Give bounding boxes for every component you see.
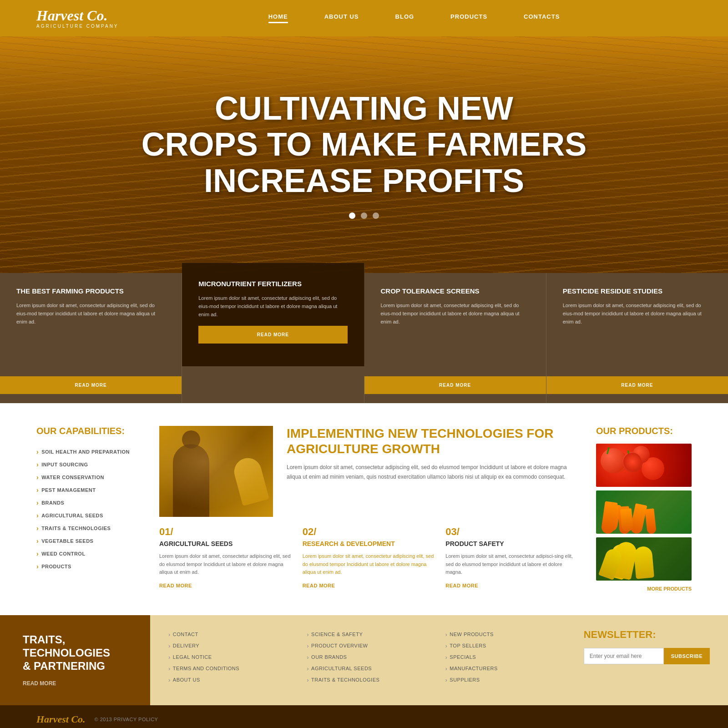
footer-link-manufacturers[interactable]: MANUFACTURERS bbox=[445, 663, 570, 674]
cap-item-2[interactable]: INPUT SOURCING bbox=[36, 458, 141, 471]
footer-col-1: CONTACT DELIVERY LEGAL NOTICE TERMS AND … bbox=[168, 629, 293, 692]
main-content: OUR CAPABILITIES: SOIL HEALTH AND PREPAR… bbox=[0, 403, 728, 615]
feature-2-text: Lorem ipsum dolor sit amet, consectetur … bbox=[198, 294, 347, 318]
article-2-num: 02/ bbox=[303, 526, 435, 538]
more-products: MORE PRODUCTS bbox=[596, 584, 692, 592]
article-3-text: Lorem ipsum dolor sit amet, consectetur … bbox=[445, 552, 578, 576]
feature-1-readmore[interactable]: READ MORE bbox=[0, 376, 182, 394]
footer-link-product-overview[interactable]: PRODUCT OVERVIEW bbox=[307, 640, 431, 652]
hero-title: CULTIVATING NEW CROPS TO MAKE FARMERS IN… bbox=[142, 91, 587, 199]
hero-dot-2[interactable] bbox=[361, 212, 367, 219]
footer-copy: © 2013 PRIVACY POLICY bbox=[95, 717, 158, 722]
hero-dots bbox=[142, 212, 587, 219]
sub-article-2: 02/ RESEARCH & DEVELOPMENT Lorem ipsum d… bbox=[303, 526, 435, 589]
cap-item-4[interactable]: PEST MANAGEMENT bbox=[36, 484, 141, 496]
feature-3-readmore[interactable]: READ MORE bbox=[364, 376, 546, 394]
cap-item-9[interactable]: WEED CONTROL bbox=[36, 547, 141, 560]
nav-products[interactable]: PRODUCTS bbox=[450, 13, 487, 23]
newsletter-title: NEWSLETTER: bbox=[584, 629, 710, 641]
article-3-readmore[interactable]: READ MORE bbox=[445, 583, 478, 588]
footer-bottom: Harvest Co. © 2013 PRIVACY POLICY bbox=[0, 705, 728, 728]
sidebar-products: OUR PRODUCTS: MORE PRODUCTS bbox=[596, 426, 692, 592]
feature-4-readmore[interactable]: READ MORE bbox=[546, 376, 728, 394]
footer-link-about[interactable]: ABOUT US bbox=[168, 674, 293, 686]
newsletter-email-input[interactable] bbox=[584, 648, 664, 664]
footer-link-contact[interactable]: CONTACT bbox=[168, 629, 293, 640]
cap-item-1[interactable]: SOIL HEALTH AND PREPARATION bbox=[36, 445, 141, 458]
hero-section: CULTIVATING NEW CROPS TO MAKE FARMERS IN… bbox=[0, 36, 728, 273]
main-nav: HOME ABOUT US BLOG PRODUCTS CONTACTS bbox=[136, 13, 692, 23]
footer-col-3: NEW PRODUCTS TOP SELLERS SPECIALS MANUFA… bbox=[445, 629, 570, 692]
footer-link-new-products[interactable]: NEW PRODUCTS bbox=[445, 629, 570, 640]
footer-link-agri-seeds[interactable]: AGRICULTURAL SEEDS bbox=[307, 663, 431, 674]
cap-item-7[interactable]: TRAITS & TECHNOLOGIES bbox=[36, 522, 141, 535]
footer-left: TRAITS,TECHNOLOGIES& PARTNERING READ MOR… bbox=[0, 615, 150, 705]
footer-link-legal[interactable]: LEGAL NOTICE bbox=[168, 652, 293, 663]
header: Harvest Co. AGRICULTURE COMPANY HOME ABO… bbox=[0, 0, 728, 36]
nav-home[interactable]: HOME bbox=[268, 13, 288, 23]
logo-text: Harvest Co. bbox=[36, 8, 136, 23]
footer-link-delivery[interactable]: DELIVERY bbox=[168, 640, 293, 652]
footer-link-brands[interactable]: OUR BRANDS bbox=[307, 652, 431, 663]
cap-item-6[interactable]: AGRICULTURAL SEEDS bbox=[36, 509, 141, 522]
nav-contacts[interactable]: CONTACTS bbox=[524, 13, 560, 23]
footer-col-1-list: CONTACT DELIVERY LEGAL NOTICE TERMS AND … bbox=[168, 629, 293, 686]
footer-link-traits[interactable]: TRAITS & TECHNOLOGIES bbox=[307, 674, 431, 686]
footer-link-suppliers[interactable]: SUPPLIERS bbox=[445, 674, 570, 686]
hero-dot-1[interactable] bbox=[349, 212, 355, 219]
sub-articles: 01/ AGRICULTURAL SEEDS Lorem ipsum dolor… bbox=[159, 526, 578, 589]
sidebar-capabilities: OUR CAPABILITIES: SOIL HEALTH AND PREPAR… bbox=[36, 426, 141, 592]
footer-nav: CONTACT DELIVERY LEGAL NOTICE TERMS AND … bbox=[150, 615, 728, 705]
nav-about[interactable]: ABOUT US bbox=[324, 13, 359, 23]
logo-sub: AGRICULTURE COMPANY bbox=[36, 24, 136, 29]
feature-block-4: PESTICIDE RESIDUE STUDIES Lorem ipsum do… bbox=[546, 273, 728, 376]
footer-link-science[interactable]: SCIENCE & SAFETY bbox=[307, 629, 431, 640]
more-products-link[interactable]: MORE PRODUCTS bbox=[647, 586, 692, 592]
newsletter-form: SUBSCRIBE bbox=[584, 648, 710, 664]
carrot-4 bbox=[645, 508, 657, 534]
nav-blog[interactable]: BLOG bbox=[395, 13, 415, 23]
footer-col-3-list: NEW PRODUCTS TOP SELLERS SPECIALS MANUFA… bbox=[445, 629, 570, 686]
product-img-tomatoes[interactable] bbox=[596, 444, 692, 487]
products-title: OUR PRODUCTS: bbox=[596, 426, 692, 436]
feature-3-text: Lorem ipsum dolor sit amet, consectetur … bbox=[381, 301, 530, 326]
article-1-num: 01/ bbox=[159, 526, 292, 538]
product-img-corn[interactable] bbox=[596, 537, 692, 581]
article-1-text: Lorem ipsum dolor sit amet, consectetur … bbox=[159, 552, 292, 576]
wheat-bundle bbox=[231, 455, 269, 506]
logo-area: Harvest Co. AGRICULTURE COMPANY bbox=[36, 8, 136, 29]
article-3-num: 03/ bbox=[445, 526, 578, 538]
person-silhouette bbox=[173, 444, 209, 517]
sub-article-1: 01/ AGRICULTURAL SEEDS Lorem ipsum dolor… bbox=[159, 526, 292, 589]
footer-col-2-list: SCIENCE & SAFETY PRODUCT OVERVIEW OUR BR… bbox=[307, 629, 431, 686]
cap-item-3[interactable]: WATER CONSERVATION bbox=[36, 471, 141, 484]
carrot-2 bbox=[618, 506, 630, 534]
newsletter-section: NEWSLETTER: SUBSCRIBE bbox=[584, 629, 710, 692]
article-1-title: AGRICULTURAL SEEDS bbox=[159, 540, 292, 548]
footer-logo: Harvest Co. bbox=[36, 713, 86, 725]
sub-article-3: 03/ PRODUCT SAFETY Lorem ipsum dolor sit… bbox=[445, 526, 578, 589]
article-3-title: PRODUCT SAFETY bbox=[445, 540, 578, 548]
capabilities-title: OUR CAPABILITIES: bbox=[36, 426, 141, 436]
cap-item-8[interactable]: VEGETABLE SEEDS bbox=[36, 535, 141, 547]
article-2-title: RESEARCH & DEVELOPMENT bbox=[303, 540, 435, 548]
newsletter-subscribe-btn[interactable]: SUBSCRIBE bbox=[664, 648, 710, 664]
feature-4-title: PESTICIDE RESIDUE STUDIES bbox=[563, 287, 712, 296]
center-content: IMPLEMENTING NEW TECHNOLOGIES FOR AGRICU… bbox=[159, 426, 578, 592]
features-btn-row: READ MORE READ MORE READ MORE bbox=[0, 376, 728, 403]
article-1-readmore[interactable]: READ MORE bbox=[159, 583, 192, 588]
article-2-readmore[interactable]: READ MORE bbox=[303, 583, 335, 588]
capabilities-list: SOIL HEALTH AND PREPARATION INPUT SOURCI… bbox=[36, 445, 141, 573]
feature-3-title: CROP TOLERANCE SCREENS bbox=[381, 287, 530, 296]
footer-readmore[interactable]: READ MORE bbox=[23, 680, 56, 687]
footer-link-top-sellers[interactable]: TOP SELLERS bbox=[445, 640, 570, 652]
carrot-1 bbox=[601, 501, 617, 534]
cap-item-5[interactable]: BRANDS bbox=[36, 496, 141, 509]
features-section: THE BEST FARMING PRODUCTS Lorem ipsum do… bbox=[0, 273, 728, 376]
cap-item-10[interactable]: PRODUCTS bbox=[36, 560, 141, 573]
footer-link-terms[interactable]: TERMS AND CONDITIONS bbox=[168, 663, 293, 674]
product-img-carrots[interactable] bbox=[596, 490, 692, 534]
feature-2-btn[interactable]: READ MORE bbox=[198, 326, 347, 344]
hero-dot-3[interactable] bbox=[373, 212, 379, 219]
footer-link-specials[interactable]: SPECIALS bbox=[445, 652, 570, 663]
